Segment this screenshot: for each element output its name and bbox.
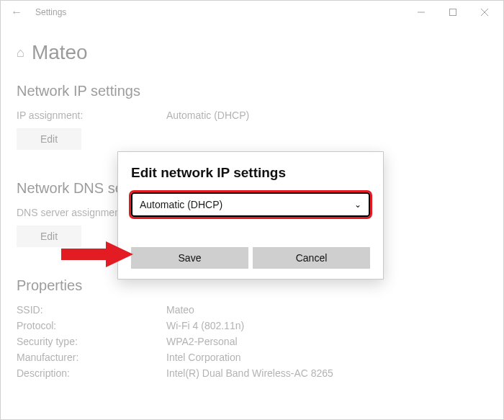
table-row: Protocol: Wi-Fi 4 (802.11n) <box>17 320 487 331</box>
window-title: Settings <box>35 7 405 17</box>
maximize-button[interactable] <box>437 1 469 24</box>
ip-edit-button[interactable]: Edit <box>17 128 81 150</box>
ip-section-heading: Network IP settings <box>17 83 487 99</box>
prop-val: Mateo <box>166 304 194 316</box>
prop-val: Intel Corporation <box>166 352 241 363</box>
back-button[interactable]: ← <box>6 6 27 19</box>
ip-assignment-row: IP assignment: Automatic (DHCP) <box>17 110 487 121</box>
breadcrumb: ⌂ Mateo <box>17 41 487 64</box>
table-row: SSID: Mateo <box>17 304 487 316</box>
prop-val: Intel(R) Dual Band Wireless-AC 8265 <box>166 367 333 379</box>
ip-assignment-label: IP assignment: <box>17 110 166 121</box>
prop-key: SSID: <box>17 304 166 316</box>
prop-val: Wi-Fi 4 (802.11n) <box>166 320 244 331</box>
prop-key: Protocol: <box>17 320 166 331</box>
dialog-title: Edit network IP settings <box>131 165 370 181</box>
edit-ip-dialog: Edit network IP settings Automatic (DHCP… <box>117 151 384 280</box>
minimize-button[interactable] <box>405 1 437 24</box>
dns-edit-button[interactable]: Edit <box>17 225 81 247</box>
close-button[interactable] <box>469 1 500 24</box>
ip-mode-dropdown[interactable]: Automatic (DHCP) ⌄ <box>131 192 370 217</box>
prop-key: Manufacturer: <box>17 352 166 363</box>
table-row: Description: Intel(R) Dual Band Wireless… <box>17 367 487 379</box>
titlebar: ← Settings <box>1 1 503 24</box>
dialog-buttons: Save Cancel <box>131 247 370 269</box>
cancel-button[interactable]: Cancel <box>253 247 370 269</box>
home-icon: ⌂ <box>17 45 24 61</box>
prop-key: Description: <box>17 367 166 379</box>
page-title: Mateo <box>32 41 88 64</box>
prop-key: Security type: <box>17 336 166 347</box>
prop-val: WPA2-Personal <box>166 336 238 347</box>
svg-rect-1 <box>450 9 456 16</box>
ip-mode-value: Automatic (DHCP) <box>140 199 222 210</box>
table-row: Manufacturer: Intel Corporation <box>17 352 487 363</box>
save-button[interactable]: Save <box>131 247 248 269</box>
properties-heading: Properties <box>17 277 487 294</box>
table-row: Security type: WPA2-Personal <box>17 336 487 347</box>
chevron-down-icon: ⌄ <box>354 200 361 210</box>
window-controls <box>405 1 500 24</box>
ip-assignment-value: Automatic (DHCP) <box>166 110 249 121</box>
